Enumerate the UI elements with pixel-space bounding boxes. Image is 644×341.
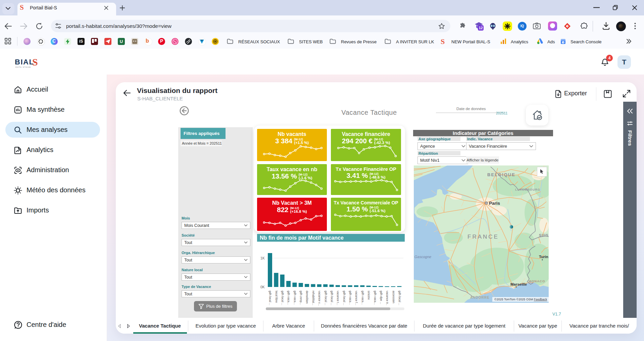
svg-text:©2025 TomTom ©2025 OSM Feedb: ©2025 TomTom ©2025 OSM Feedback — [494, 298, 547, 301]
svg-text:MONACO: MONACO — [529, 279, 545, 283]
svg-text:Marseille: Marseille — [510, 282, 527, 286]
svg-text:LUXEMBOURG: LUXEMBOURG — [515, 188, 540, 191]
svg-text:Gascogne: Gascogne — [414, 255, 431, 259]
svg-text:FRANCE: FRANCE — [467, 234, 499, 240]
svg-text:SUISS: SUISS — [539, 233, 549, 237]
svg-text:1K: 1K — [260, 256, 265, 260]
svg-text:BELGIQUE: BELGIQUE — [487, 172, 515, 177]
svg-text:ANDORRE: ANDORRE — [470, 296, 490, 299]
svg-text:Paris: Paris — [489, 201, 500, 206]
svg-text:0K: 0K — [260, 285, 265, 289]
svg-text:Turin: Turin — [539, 255, 548, 259]
